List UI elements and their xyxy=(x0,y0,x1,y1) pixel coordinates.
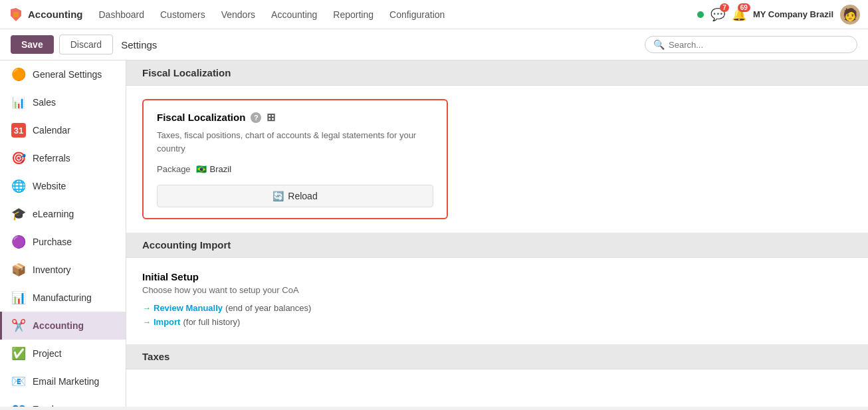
elearning-icon: 🎓 xyxy=(11,207,26,221)
grid-icon[interactable]: ⊞ xyxy=(267,111,275,124)
app-title: Accounting xyxy=(28,9,83,20)
top-nav-right: 💬 7 🔔 69 MY Company Brazil 🧑 xyxy=(697,5,860,25)
search-input[interactable] xyxy=(669,40,849,50)
sidebar-item-referrals[interactable]: 🎯 Referrals xyxy=(0,144,126,172)
activity-badge: 69 xyxy=(738,3,750,12)
review-manually-link-row: → Review Manually (end of year balances) xyxy=(142,303,852,313)
activity-button[interactable]: 🔔 69 xyxy=(732,7,746,22)
fiscal-localization-body: Fiscal Localization ? ⊞ Taxes, fiscal po… xyxy=(126,86,868,233)
chat-badge: 7 xyxy=(720,3,729,12)
sidebar-label-project: Project xyxy=(33,348,62,359)
sidebar-item-elearning[interactable]: 🎓 eLearning xyxy=(0,200,126,228)
sidebar-label-sales: Sales xyxy=(33,97,56,108)
app-logo[interactable]: Accounting xyxy=(8,7,83,23)
status-dot xyxy=(697,11,704,18)
sidebar-label-purchase: Purchase xyxy=(33,237,72,247)
import-link[interactable]: Import xyxy=(154,317,180,327)
initial-setup-title: Initial Setup xyxy=(142,271,852,282)
fiscal-card-title: Fiscal Localization ? ⊞ xyxy=(157,111,433,124)
sidebar-label-elearning: eLearning xyxy=(33,209,74,219)
top-nav: Accounting Dashboard Customers Vendors A… xyxy=(0,0,868,29)
arrow-icon-1: → xyxy=(142,303,151,313)
accounting-icon: ✂️ xyxy=(11,318,26,333)
fiscal-localization-card: Fiscal Localization ? ⊞ Taxes, fiscal po… xyxy=(142,99,448,219)
nav-dashboard[interactable]: Dashboard xyxy=(92,7,152,23)
chat-button[interactable]: 💬 7 xyxy=(710,7,725,22)
initial-setup-desc: Choose how you want to setup your CoA xyxy=(142,285,852,295)
employees-icon: 👥 xyxy=(11,402,26,407)
sidebar-item-inventory[interactable]: 📦 Inventory xyxy=(0,256,126,284)
sales-icon: 📊 xyxy=(11,95,26,110)
sidebar-item-sales[interactable]: 📊 Sales xyxy=(0,88,126,116)
reload-button[interactable]: 🔄 Reload xyxy=(157,185,433,207)
review-manually-suffix: (end of year balances) xyxy=(225,303,311,313)
nav-reporting[interactable]: Reporting xyxy=(326,7,380,23)
accounting-import-header: Accounting Import xyxy=(126,233,868,258)
sidebar-label-referrals: Referrals xyxy=(33,153,70,163)
sidebar-label-employees: Employees xyxy=(33,404,78,407)
sidebar-label-accounting: Accounting xyxy=(33,320,84,331)
fiscal-card-description: Taxes, fiscal positions, chart of accoun… xyxy=(157,129,433,155)
import-link-row: → Import (for full history) xyxy=(142,317,852,327)
sidebar-item-email-marketing[interactable]: 📧 Email Marketing xyxy=(0,367,126,395)
website-icon: 🌐 xyxy=(11,179,26,193)
calendar-icon: 31 xyxy=(11,123,26,138)
discard-button[interactable]: Discard xyxy=(59,35,113,54)
sidebar-label-manufacturing: Manufacturing xyxy=(33,292,92,303)
nav-accounting[interactable]: Accounting xyxy=(265,7,324,23)
main-layout: 🟠 General Settings 📊 Sales 31 Calendar 🎯… xyxy=(0,60,868,407)
sidebar-label-general-settings: General Settings xyxy=(33,69,102,80)
referrals-icon: 🎯 xyxy=(11,151,26,165)
help-icon[interactable]: ? xyxy=(251,112,261,123)
sidebar-item-purchase[interactable]: 🟣 Purchase xyxy=(0,228,126,256)
package-value: 🇧🇷 Brazil xyxy=(196,164,232,174)
save-button[interactable]: Save xyxy=(11,35,54,54)
email-marketing-icon: 📧 xyxy=(11,374,26,389)
sidebar-item-calendar[interactable]: 31 Calendar xyxy=(0,116,126,144)
action-bar: Save Discard Settings 🔍 xyxy=(0,29,868,60)
fiscal-localization-header: Fiscal Localization xyxy=(126,60,868,86)
sidebar-item-manufacturing[interactable]: 📊 Manufacturing xyxy=(0,284,126,312)
sidebar-label-email-marketing: Email Marketing xyxy=(33,376,99,387)
inventory-icon: 📦 xyxy=(11,262,26,277)
nav-vendors[interactable]: Vendors xyxy=(215,7,262,23)
arrow-icon-2: → xyxy=(142,317,151,327)
main-content: Fiscal Localization Fiscal Localization … xyxy=(126,60,868,407)
reload-icon: 🔄 xyxy=(272,191,284,201)
taxes-body xyxy=(126,369,868,407)
import-suffix: (for full history) xyxy=(183,317,240,327)
sidebar-item-employees[interactable]: 👥 Employees xyxy=(0,395,126,407)
sidebar-label-website: Website xyxy=(33,181,66,191)
sidebar: 🟠 General Settings 📊 Sales 31 Calendar 🎯… xyxy=(0,60,126,407)
company-name: MY Company Brazil xyxy=(753,9,833,19)
general-settings-icon: 🟠 xyxy=(11,67,26,82)
nav-customers[interactable]: Customers xyxy=(154,7,212,23)
review-manually-link[interactable]: Review Manually xyxy=(154,303,223,313)
sidebar-label-inventory: Inventory xyxy=(33,264,71,275)
taxes-header: Taxes xyxy=(126,344,868,369)
page-title: Settings xyxy=(121,39,157,51)
sidebar-item-project[interactable]: ✅ Project xyxy=(0,340,126,367)
manufacturing-icon: 📊 xyxy=(11,290,26,305)
sidebar-label-calendar: Calendar xyxy=(33,125,70,136)
sidebar-item-website[interactable]: 🌐 Website xyxy=(0,172,126,200)
sidebar-item-general-settings[interactable]: 🟠 General Settings xyxy=(0,60,126,88)
search-bar: 🔍 xyxy=(645,36,857,53)
brazil-flag: 🇧🇷 xyxy=(196,164,207,174)
sidebar-item-accounting[interactable]: ✂️ Accounting xyxy=(0,312,126,340)
user-avatar[interactable]: 🧑 xyxy=(840,5,860,25)
search-icon: 🔍 xyxy=(653,39,665,50)
accounting-import-body: Initial Setup Choose how you want to set… xyxy=(126,258,868,344)
nav-configuration[interactable]: Configuration xyxy=(383,7,451,23)
project-icon: ✅ xyxy=(11,346,26,361)
purchase-icon: 🟣 xyxy=(11,235,26,249)
fiscal-package-row: Package 🇧🇷 Brazil xyxy=(157,164,433,174)
